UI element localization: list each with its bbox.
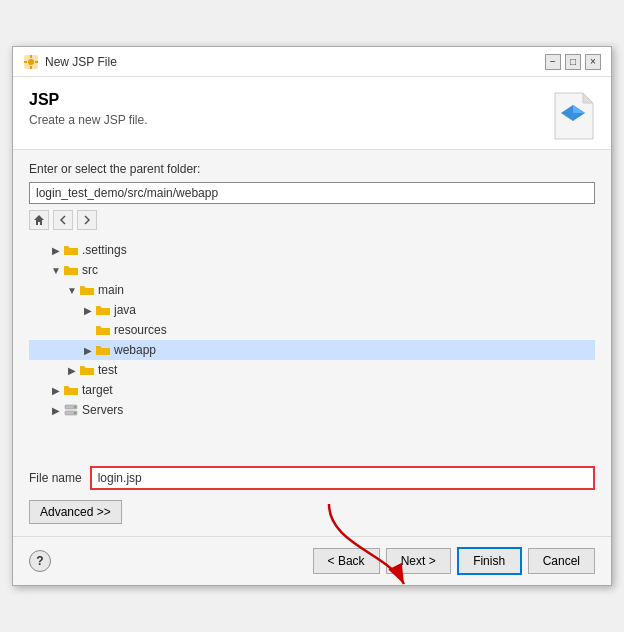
folder-icon-src [63, 262, 79, 278]
folder-icon-test [79, 362, 95, 378]
tree-item-settings[interactable]: ▶ .settings [29, 240, 595, 260]
header-section: JSP Create a new JSP file. [13, 77, 611, 150]
toggle-main[interactable]: ▼ [65, 285, 79, 296]
folder-icon-target [63, 382, 79, 398]
tree-item-src[interactable]: ▼ src [29, 260, 595, 280]
svg-point-13 [74, 412, 76, 414]
dialog-window: New JSP File − □ × JSP Create a new JSP … [12, 46, 612, 586]
tree-item-resources[interactable]: resources [29, 320, 595, 340]
nav-forward-button[interactable] [77, 210, 97, 230]
footer: ? < Back Next > Finish Cancel [13, 536, 611, 585]
maximize-button[interactable]: □ [565, 54, 581, 70]
file-name-row: File name [29, 466, 595, 490]
nav-back-button[interactable] [53, 210, 73, 230]
toggle-test[interactable]: ▶ [65, 365, 79, 376]
tree-label-target: target [82, 383, 113, 397]
folder-icon-servers [63, 402, 79, 418]
advanced-row: Advanced >> [29, 500, 595, 524]
tree-wrapper: ▶ .settings ▼ [29, 236, 595, 456]
nav-home-button[interactable] [29, 210, 49, 230]
folder-input[interactable] [29, 182, 595, 204]
close-button[interactable]: × [585, 54, 601, 70]
finish-button[interactable]: Finish [457, 547, 522, 575]
minimize-button[interactable]: − [545, 54, 561, 70]
window-icon [23, 54, 39, 70]
cancel-button[interactable]: Cancel [528, 548, 595, 574]
file-name-input[interactable] [90, 466, 595, 490]
toggle-servers[interactable]: ▶ [49, 405, 63, 416]
tree-container[interactable]: ▶ .settings ▼ [29, 236, 595, 456]
title-bar: New JSP File − □ × [13, 47, 611, 77]
title-bar-controls: − □ × [545, 54, 601, 70]
window-title: New JSP File [45, 55, 117, 69]
toggle-src[interactable]: ▼ [49, 265, 63, 276]
folder-icon-settings [63, 242, 79, 258]
help-button[interactable]: ? [29, 550, 51, 572]
footer-right: < Back Next > Finish Cancel [313, 547, 595, 575]
tree-label-src: src [82, 263, 98, 277]
title-bar-left: New JSP File [23, 54, 117, 70]
tree-label-servers: Servers [82, 403, 123, 417]
svg-rect-4 [24, 61, 27, 63]
svg-rect-5 [35, 61, 38, 63]
header-title: JSP [29, 91, 148, 109]
tree-item-target[interactable]: ▶ target [29, 380, 595, 400]
svg-marker-7 [583, 93, 593, 103]
home-icon [33, 214, 45, 226]
toolbar-row [29, 208, 595, 232]
folder-icon-main [79, 282, 95, 298]
jsp-file-icon [551, 91, 595, 141]
forward-icon [81, 214, 93, 226]
tree-label-settings: .settings [82, 243, 127, 257]
tree-item-main[interactable]: ▼ main [29, 280, 595, 300]
header-subtitle: Create a new JSP file. [29, 113, 148, 127]
tree-item-test[interactable]: ▶ test [29, 360, 595, 380]
back-button[interactable]: < Back [313, 548, 380, 574]
toggle-webapp[interactable]: ▶ [81, 345, 95, 356]
folder-icon-resources [95, 322, 111, 338]
toggle-java[interactable]: ▶ [81, 305, 95, 316]
back-icon [57, 214, 69, 226]
toggle-settings[interactable]: ▶ [49, 245, 63, 256]
header-text: JSP Create a new JSP file. [29, 91, 148, 127]
next-button[interactable]: Next > [386, 548, 451, 574]
header-icon [551, 91, 595, 135]
tree-label-webapp: webapp [114, 343, 156, 357]
tree-label-test: test [98, 363, 117, 377]
footer-left: ? [29, 550, 51, 572]
svg-rect-3 [30, 66, 32, 69]
content-area: Enter or select the parent folder: [13, 150, 611, 536]
tree-item-servers[interactable]: ▶ Servers [29, 400, 595, 420]
tree-item-java[interactable]: ▶ java [29, 300, 595, 320]
tree-label-resources: resources [114, 323, 167, 337]
file-name-label: File name [29, 471, 82, 485]
tree-item-webapp[interactable]: ▶ webapp [29, 340, 595, 360]
toggle-target[interactable]: ▶ [49, 385, 63, 396]
folder-label: Enter or select the parent folder: [29, 162, 595, 176]
advanced-button[interactable]: Advanced >> [29, 500, 122, 524]
folder-icon-java [95, 302, 111, 318]
svg-rect-2 [30, 55, 32, 58]
svg-point-1 [28, 59, 34, 65]
tree-label-java: java [114, 303, 136, 317]
tree-inner: ▶ .settings ▼ [29, 236, 595, 424]
svg-point-12 [74, 406, 76, 408]
tree-label-main: main [98, 283, 124, 297]
folder-icon-webapp [95, 342, 111, 358]
